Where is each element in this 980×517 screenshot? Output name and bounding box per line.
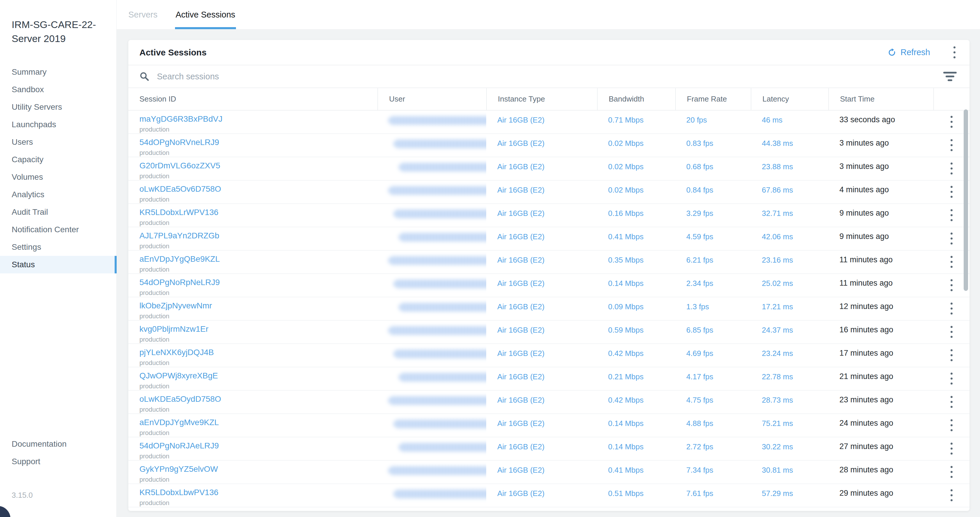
session-environment: production bbox=[139, 266, 377, 274]
session-id-link[interactable]: maYgDG6R3BxPBdVJ bbox=[139, 115, 377, 124]
session-id-link[interactable]: KR5LDobxLbwPV136 bbox=[139, 488, 377, 497]
latency: 30.22 ms bbox=[751, 437, 828, 460]
row-menu-button[interactable] bbox=[947, 370, 957, 387]
filter-icon[interactable] bbox=[940, 70, 959, 83]
bandwidth: 0.02 Mbps bbox=[597, 134, 675, 157]
row-menu-button[interactable] bbox=[947, 183, 957, 200]
session-id-link[interactable]: AJL7PL9aYn2DRZGb bbox=[139, 231, 377, 240]
row-menu-button[interactable] bbox=[947, 207, 957, 223]
row-menu-button[interactable] bbox=[947, 487, 957, 504]
sidebar-item-capacity[interactable]: Capacity bbox=[0, 151, 116, 169]
session-environment: production bbox=[139, 196, 377, 204]
sidebar-item-documentation[interactable]: Documentation bbox=[0, 435, 116, 453]
sidebar-item-support[interactable]: Support bbox=[0, 453, 116, 470]
refresh-button[interactable]: Refresh bbox=[888, 48, 930, 57]
start-time: 9 minutes ago bbox=[828, 204, 933, 227]
instance-type: Air 16GB (E2) bbox=[486, 391, 597, 414]
sidebar-item-notification-center[interactable]: Notification Center bbox=[0, 221, 116, 239]
session-id-link[interactable]: aEnVDpJYgQBe9KZL bbox=[139, 255, 377, 264]
frame-rate: 6.85 fps bbox=[675, 321, 751, 344]
table-row: 54dOPgNoRJAeLRJ9productionAir 16GB (E2)0… bbox=[128, 437, 969, 461]
session-id-link[interactable]: 54dOPgNoRpNeLRJ9 bbox=[139, 278, 377, 287]
sidebar-item-summary[interactable]: Summary bbox=[0, 63, 116, 81]
sidebar-item-settings[interactable]: Settings bbox=[0, 239, 116, 256]
session-id-link[interactable]: pjYLeNXK6yjDQJ4B bbox=[139, 348, 377, 357]
session-id-link[interactable]: aEnVDpJYgMve9KZL bbox=[139, 418, 377, 427]
row-menu-button[interactable] bbox=[947, 160, 957, 177]
panel-menu-button[interactable] bbox=[950, 44, 959, 61]
row-menu-button[interactable] bbox=[947, 417, 957, 434]
user-redacted bbox=[388, 326, 486, 335]
table-row: pjYLeNXK6yjDQJ4BproductionAir 16GB (E2)0… bbox=[128, 344, 969, 367]
session-id-link[interactable]: QJwOPWj8xyreXBgE bbox=[139, 371, 377, 380]
sidebar-item-utility-servers[interactable]: Utility Servers bbox=[0, 98, 116, 116]
table-row: QJwOPWj8xyreXBgEproductionAir 16GB (E2)0… bbox=[128, 367, 969, 391]
scrollbar-thumb[interactable] bbox=[964, 110, 968, 291]
session-id-link[interactable]: oLwKDEa5OydD758O bbox=[139, 395, 377, 404]
row-menu-button[interactable] bbox=[947, 113, 957, 130]
start-time: 12 minutes ago bbox=[828, 297, 933, 320]
user-redacted bbox=[394, 280, 486, 288]
tab-active-sessions[interactable]: Active Sessions bbox=[175, 0, 236, 29]
user-redacted bbox=[394, 140, 486, 148]
latency: 30.81 ms bbox=[751, 461, 828, 484]
sidebar-item-analytics[interactable]: Analytics bbox=[0, 186, 116, 204]
frame-rate: 6.21 fps bbox=[675, 251, 751, 274]
chat-launcher[interactable] bbox=[0, 506, 11, 517]
row-menu-button[interactable] bbox=[947, 137, 957, 153]
bandwidth: 0.16 Mbps bbox=[597, 204, 675, 227]
table-row: maYgDG6R3BxPBdVJproductionAir 16GB (E2)0… bbox=[128, 111, 969, 134]
sidebar-item-volumes[interactable]: Volumes bbox=[0, 169, 116, 186]
session-id-link[interactable]: 54dOPgNoRVneLRJ9 bbox=[139, 138, 377, 147]
user-redacted bbox=[399, 163, 486, 172]
session-id-link[interactable]: 54dOPgNoRJAeLRJ9 bbox=[139, 441, 377, 450]
session-id-link[interactable]: oLwKDEa5Ov6D758O bbox=[139, 185, 377, 194]
search-input[interactable] bbox=[156, 72, 933, 82]
sidebar-footer: Documentation Support 3.15.0 bbox=[0, 435, 116, 500]
column-header-user: User bbox=[377, 88, 486, 110]
sidebar-item-sandbox[interactable]: Sandbox bbox=[0, 81, 116, 98]
row-menu-button[interactable] bbox=[947, 464, 957, 480]
start-time: 11 minutes ago bbox=[828, 251, 933, 274]
row-menu-button[interactable] bbox=[947, 277, 957, 294]
latency: 23.16 ms bbox=[751, 251, 828, 274]
session-id-link[interactable]: KR5LDobxLrWPV136 bbox=[139, 208, 377, 217]
user-redacted bbox=[394, 490, 486, 498]
server-title: IRM-SG-CARE-22-Server 2019 bbox=[0, 0, 116, 46]
instance-type: Air 16GB (E2) bbox=[486, 111, 597, 133]
start-time: 29 minutes ago bbox=[828, 484, 933, 507]
session-id-link[interactable]: lkObeZjpNyvewNmr bbox=[139, 301, 377, 310]
session-environment: production bbox=[139, 359, 377, 367]
session-id-link[interactable]: G20rDmVLG6ozZXV5 bbox=[139, 161, 377, 170]
session-id-link[interactable]: GykYPn9gYZ5elvOW bbox=[139, 465, 377, 474]
instance-type: Air 16GB (E2) bbox=[486, 344, 597, 367]
instance-type: Air 16GB (E2) bbox=[486, 227, 597, 250]
session-id-link[interactable]: kvg0PbljrmNzw1Er bbox=[139, 325, 377, 334]
sidebar-item-status[interactable]: Status bbox=[0, 256, 116, 274]
search-bar bbox=[128, 65, 969, 88]
sidebar-item-users[interactable]: Users bbox=[0, 133, 116, 151]
start-time: 4 minutes ago bbox=[828, 181, 933, 204]
user-redacted bbox=[394, 420, 486, 428]
session-environment: production bbox=[139, 406, 377, 414]
row-menu-button[interactable] bbox=[947, 440, 957, 457]
latency: 23.88 ms bbox=[751, 157, 828, 180]
column-header-frame-rate: Frame Rate bbox=[675, 88, 751, 110]
row-menu-button[interactable] bbox=[947, 394, 957, 410]
instance-type: Air 16GB (E2) bbox=[486, 157, 597, 180]
user-redacted bbox=[399, 443, 486, 452]
sidebar-item-launchpads[interactable]: Launchpads bbox=[0, 116, 116, 133]
frame-rate: 0.68 fps bbox=[675, 157, 751, 180]
frame-rate: 4.59 fps bbox=[675, 227, 751, 250]
row-menu-button[interactable] bbox=[947, 230, 957, 247]
row-menu-button[interactable] bbox=[947, 253, 957, 270]
start-time: 3 minutes ago bbox=[828, 134, 933, 157]
sidebar-item-audit-trail[interactable]: Audit Trail bbox=[0, 204, 116, 221]
column-header-latency: Latency bbox=[751, 88, 828, 110]
tab-servers[interactable]: Servers bbox=[128, 0, 158, 29]
table-row: 54dOPgNoRVneLRJ9productionAir 16GB (E2)0… bbox=[128, 134, 969, 157]
bandwidth: 0.42 Mbps bbox=[597, 344, 675, 367]
row-menu-button[interactable] bbox=[947, 347, 957, 364]
row-menu-button[interactable] bbox=[947, 300, 957, 317]
row-menu-button[interactable] bbox=[947, 324, 957, 340]
